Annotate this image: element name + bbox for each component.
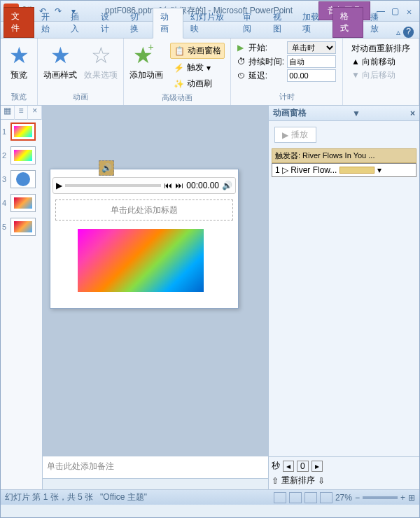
delay-input[interactable] [287, 69, 336, 82]
skip-back-icon[interactable]: ⏮ [164, 181, 172, 190]
star-plus-icon: ★+ [134, 43, 159, 68]
thumbnail-3[interactable]: 3 [1, 167, 42, 191]
timeline-seconds: 秒 ◂ 0 ▸ [272, 460, 416, 472]
reorder-title: 对动画重新排序 [351, 43, 410, 55]
preview-label: 预览 [10, 69, 27, 81]
painter-icon: ✨ [173, 78, 184, 90]
add-animation-button[interactable]: ★+ 添加动画 [128, 41, 164, 92]
clock-icon: ⏱ [237, 57, 246, 66]
thumbnail-panel: ▦ ≡ × 1 2 3 4 5 [1, 106, 43, 489]
delay-label: 延迟: [248, 70, 284, 82]
help-icon[interactable]: ? [403, 27, 414, 38]
group-animation: 动画 [73, 92, 88, 102]
horizontal-scrollbar[interactable] [43, 478, 268, 489]
timing-bar [340, 167, 374, 174]
ribbon: ★ 预览 预览 ★ 动画样式 ☆ 效果选项 动画 ★+ 添加动画 📋 [1, 38, 419, 106]
zoom-out-button[interactable]: − [355, 493, 360, 503]
thumbnail-1[interactable]: 1 [1, 120, 42, 144]
move-later-button: ▼ 向后移动 [351, 69, 410, 81]
zoom-in-button[interactable]: + [400, 493, 405, 503]
normal-view-button[interactable] [274, 492, 286, 503]
animation-pane: 动画窗格 ▼ × ▶ 播放 触发器: River Flows In You ..… [268, 106, 419, 489]
play-icon: ▶ [237, 43, 246, 52]
theme-name: "Office 主题" [100, 491, 147, 503]
status-bar: 幻灯片 第 1 张，共 5 张 "Office 主题" 27% − + ⊞ [1, 489, 419, 505]
tab-review[interactable]: 审阅 [236, 8, 265, 38]
reorder-label: 重新排序 [281, 475, 315, 486]
sec-back-button[interactable]: ◂ [283, 461, 294, 472]
anim-styles-button[interactable]: ★ 动画样式 [42, 41, 78, 83]
slides-tab[interactable]: ▦ [1, 106, 15, 120]
start-label: 开始: [248, 42, 284, 54]
group-preview: 预览 [11, 92, 27, 102]
group-advanced: 高级动画 [162, 92, 192, 103]
fit-button[interactable]: ⊞ [408, 493, 415, 503]
play-icon[interactable]: ▶ [56, 181, 62, 190]
delay-icon: ⏲ [237, 71, 246, 80]
pane-icon: 📋 [174, 46, 185, 57]
tab-file[interactable]: 文件 [4, 7, 34, 38]
preview-icon: ★ [6, 43, 31, 68]
effect-options-button: ☆ 效果选项 [83, 41, 119, 83]
reading-view-button[interactable] [304, 492, 317, 503]
thumbnail-5[interactable]: 5 [1, 215, 42, 239]
audio-player[interactable]: ▶ ⏮ ⏭ 00:00.00 🔊 [52, 177, 236, 194]
tab-transitions[interactable]: 切换 [123, 8, 153, 38]
slideshow-view-button[interactable] [320, 492, 332, 503]
pane-play-button[interactable]: ▶ 播放 [274, 127, 316, 143]
skip-fwd-icon[interactable]: ⏭ [175, 181, 183, 190]
animation-item-1[interactable]: 1 ▷ River Flow... ▾ [272, 163, 416, 177]
thumbnail-4[interactable]: 4 [1, 191, 42, 215]
audio-track[interactable] [65, 184, 161, 187]
trigger-header: 触发器: River Flows In You ... [272, 148, 416, 163]
reorder-down-icon[interactable]: ⇩ [318, 476, 325, 486]
ribbon-minimize-icon[interactable]: ▵ [393, 27, 403, 38]
tab-animations[interactable]: 动画 [153, 8, 183, 38]
tab-design[interactable]: 设计 [94, 8, 123, 38]
pane-close-icon[interactable]: × [410, 108, 415, 118]
tab-addins[interactable]: 加载项 [295, 8, 332, 38]
volume-icon[interactable]: 🔊 [222, 181, 232, 190]
duration-label: 持续时间: [248, 56, 284, 68]
audio-object[interactable]: 🔊 [99, 160, 114, 176]
group-timing: 计时 [279, 92, 295, 102]
animation-pane-button[interactable]: 📋 动画窗格 [170, 43, 225, 59]
zoom-slider[interactable] [363, 496, 398, 499]
thumbnail-2[interactable]: 2 [1, 144, 42, 167]
tab-playback[interactable]: 播放 [363, 8, 393, 38]
star-outline-icon: ☆ [88, 43, 113, 68]
animation-painter-button[interactable]: ✨ 动画刷 [170, 76, 225, 91]
content-area: ▦ ≡ × 1 2 3 4 5 🔊 ▶ ⏮ ⏭ 00:00.00 🔊 单击此处添… [1, 106, 419, 489]
tab-format[interactable]: 格式 [332, 7, 363, 38]
chevron-down-icon: ▾ [206, 63, 211, 73]
notes-pane[interactable]: 单击此处添加备注 [43, 456, 268, 478]
start-select[interactable]: 单击时 [287, 41, 336, 54]
trigger-button[interactable]: ⚡ 触发 ▾ [170, 60, 225, 75]
move-earlier-button[interactable]: ▲ 向前移动 [351, 56, 410, 68]
star-icon: ★ [48, 43, 73, 68]
pane-title: 动画窗格 [273, 107, 307, 119]
tab-slideshow[interactable]: 幻灯片放映 [183, 8, 236, 38]
duration-input[interactable] [287, 55, 336, 68]
zoom-value: 27% [335, 493, 352, 503]
preview-button[interactable]: ★ 预览 [5, 41, 33, 83]
slide[interactable]: 🔊 ▶ ⏮ ⏭ 00:00.00 🔊 单击此处添加标题 [50, 169, 239, 309]
item-dropdown-icon[interactable]: ▾ [377, 165, 382, 175]
outline-tab[interactable]: ≡ [15, 106, 29, 120]
tab-insert[interactable]: 插入 [64, 8, 93, 38]
sorter-view-button[interactable] [289, 492, 302, 503]
pane-dropdown-icon[interactable]: ▼ [352, 108, 360, 118]
tab-home[interactable]: 开始 [34, 8, 64, 38]
lightning-icon: ⚡ [173, 62, 184, 74]
sec-fwd-button[interactable]: ▸ [312, 461, 323, 472]
title-placeholder[interactable]: 单击此处添加标题 [55, 200, 233, 220]
slide-counter: 幻灯片 第 1 张，共 5 张 [5, 491, 93, 503]
tab-view[interactable]: 视图 [266, 8, 295, 38]
slide-image[interactable] [78, 229, 204, 292]
slide-editor: 🔊 ▶ ⏮ ⏭ 00:00.00 🔊 单击此处添加标题 单击此处添加备注 [43, 106, 268, 489]
reorder-up-icon[interactable]: ⇧ [272, 476, 279, 486]
player-time: 00:00.00 [186, 181, 219, 190]
close-button[interactable]: ⨉ [402, 6, 415, 17]
ribbon-tabs: 文件 开始 插入 设计 切换 动画 幻灯片放映 审阅 视图 加载项 格式 播放 … [1, 22, 419, 38]
close-thumb-tab[interactable]: × [28, 106, 42, 120]
